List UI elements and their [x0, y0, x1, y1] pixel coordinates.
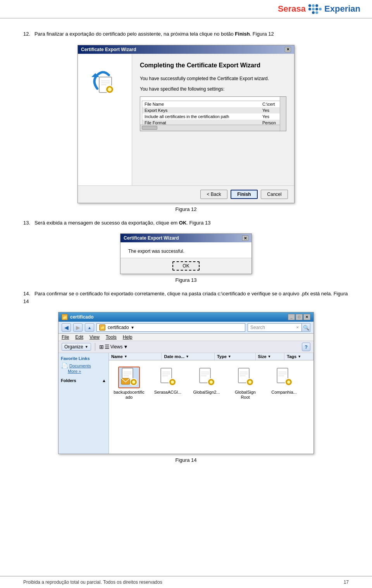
ok-button[interactable]: OK: [172, 261, 200, 271]
section-14-text: 14. Para confirmar se o certificado foi …: [23, 290, 349, 305]
file-icon-wrap-0: [118, 367, 140, 388]
figure-12-container: Certificate Export Wizard ✕: [23, 45, 349, 203]
file-items-area: backupdocertificado: [109, 360, 313, 406]
wizard-small-titlebar: Certificate Export Wizard ✕: [121, 234, 251, 242]
cert-file-icon-1: [159, 367, 176, 387]
help-button[interactable]: ?: [302, 343, 310, 351]
file-item-3[interactable]: GlobalSign Root: [230, 367, 261, 400]
sidebar-item-more[interactable]: More »: [68, 369, 106, 374]
forward-nav-button[interactable]: ▶: [73, 323, 83, 332]
address-bar[interactable]: 📁 certificado ▾: [96, 323, 245, 332]
vertical-scrollbar[interactable]: [280, 97, 286, 131]
file-table-header: Name ▼ Date mo... ▼ Type ▼ Size: [109, 353, 313, 360]
svg-point-6: [108, 87, 112, 91]
wizard-big-body: Completing the Certificate Export Wizard…: [78, 54, 294, 185]
menu-edit[interactable]: Edit: [75, 334, 83, 340]
section-13-figref: Figura 13: [188, 220, 211, 226]
wizard-desc1: You have successfully completed the Cert…: [140, 75, 286, 82]
file-icon-wrap-3: [234, 367, 256, 388]
folders-chevron-icon: ▲: [102, 378, 106, 383]
caption-13: Figura 13: [23, 277, 349, 283]
close-window-button[interactable]: ✕: [303, 314, 310, 320]
views-chevron-icon: ▼: [123, 344, 128, 350]
file-label-1: SerasaACGl...: [154, 390, 181, 395]
menu-view[interactable]: View: [90, 334, 100, 340]
folders-title[interactable]: Folders ▲: [61, 378, 106, 383]
cert-file-icon-4: [276, 367, 293, 387]
search-clear-icon: ✕: [296, 326, 299, 329]
col-tags-sort-icon: ▼: [298, 355, 301, 358]
cert-file-icon-0: [121, 367, 138, 387]
file-item-2[interactable]: GlobalSign2...: [191, 367, 222, 400]
organize-chevron-icon: ▼: [85, 345, 88, 349]
up-nav-button[interactable]: ▲: [85, 323, 94, 332]
menu-file[interactable]: File: [62, 334, 69, 340]
section-13-text: 13. Será exibida a mensagem de sucesso d…: [23, 219, 349, 227]
svg-point-37: [287, 381, 290, 384]
wizard-settings-table: File Name C:\cert Export Keys Yes Includ…: [142, 101, 284, 126]
wizard-close-button[interactable]: ✕: [285, 47, 291, 52]
horizontal-scrollbar[interactable]: [140, 125, 280, 131]
page-footer: Proibida a reprodução total ou parcial. …: [0, 576, 372, 588]
sidebar-item-documents[interactable]: 📄 Documents: [61, 362, 106, 369]
caption-12: Figura 12: [23, 206, 349, 212]
wizard-big-window: Certificate Export Wizard ✕: [78, 45, 294, 203]
col-datemod[interactable]: Date mo... ▼: [162, 353, 214, 360]
folders-section: Folders ▲: [61, 378, 106, 383]
section-12-body: Para finalizar a exportação do certifica…: [34, 31, 235, 37]
col-tags-label: Tags: [287, 354, 296, 359]
wizard-settings-inner: File Name C:\cert Export Keys Yes Includ…: [140, 97, 286, 128]
explorer-title-text: certificado: [70, 314, 94, 320]
col-tags[interactable]: Tags ▼: [284, 353, 313, 360]
minimize-button[interactable]: _: [288, 314, 295, 320]
col-size-sort-icon: ▼: [268, 355, 271, 358]
menu-help[interactable]: Help: [123, 334, 133, 340]
logo-serasa-text: Serasa: [278, 4, 306, 14]
col-name-sort-icon: ▼: [124, 355, 127, 358]
figure-14-container: 📁 certificado _ □ ✕ ◀ ▶ ▲ 📁: [23, 312, 349, 454]
explorer-body: Favorite Links 📄 Documents More » Folder…: [59, 353, 313, 454]
file-item-1[interactable]: SerasaACGl...: [152, 367, 183, 400]
file-label-2: GlobalSign2...: [193, 390, 220, 395]
wizard-desc2: You have specified the following setting…: [140, 86, 286, 93]
back-nav-button[interactable]: ◀: [62, 323, 71, 332]
explorer-window: 📁 certificado _ □ ✕ ◀ ▶ ▲ 📁: [58, 312, 314, 454]
table-row: Export Keys Yes: [142, 107, 284, 113]
section-13-ok-bold: OK: [179, 220, 187, 226]
col-size[interactable]: Size ▼: [256, 353, 285, 360]
search-input[interactable]: Search ✕: [248, 323, 302, 332]
menu-tools[interactable]: Tools: [106, 334, 117, 340]
finish-button[interactable]: Finish: [231, 190, 258, 199]
logo-dots: [308, 4, 322, 14]
svg-point-19: [171, 381, 174, 384]
wizard-big-footer: < Back Finish Cancel: [78, 185, 294, 203]
explorer-sidebar: Favorite Links 📄 Documents More » Folder…: [59, 353, 109, 454]
export-icon: [90, 69, 117, 100]
explorer-toolbar: Organize ▼ ⊞ ☰ Views ▼ ?: [59, 341, 313, 353]
views-btn-group: ⊞ ☰ Views ▼: [99, 344, 128, 350]
logo-experian-text: Experian: [324, 4, 360, 14]
file-item-0[interactable]: backupdocertificado: [114, 367, 145, 400]
col-name-label: Name: [111, 354, 123, 359]
cert-file-icon-2: [198, 367, 215, 387]
cancel-button[interactable]: Cancel: [261, 190, 288, 199]
table-row: Include all certificates in the certific…: [142, 113, 284, 120]
col-name[interactable]: Name ▼: [109, 353, 162, 360]
section-13-body: Será exibida a mensagem de sucesso da ex…: [34, 220, 179, 226]
organize-button[interactable]: Organize ▼: [62, 343, 91, 351]
wizard-small-body: The export was successful.: [121, 242, 251, 258]
search-icon-button[interactable]: 🔍: [302, 323, 310, 332]
wizard-heading: Completing the Certificate Export Wizard: [140, 62, 286, 70]
col-type[interactable]: Type ▼: [215, 353, 256, 360]
wizard-left-panel: [78, 54, 132, 185]
wizard-small-close-button[interactable]: ✕: [242, 235, 248, 241]
setting-label-1: Export Keys: [142, 107, 260, 113]
logo-area: Serasa Experian: [278, 4, 360, 14]
file-icon-wrap-2: [196, 367, 217, 388]
svg-point-12: [132, 381, 135, 384]
back-button[interactable]: < Back: [200, 190, 227, 199]
col-datemod-label: Date mo...: [164, 354, 184, 359]
file-item-4[interactable]: Companhia...: [269, 367, 300, 400]
search-placeholder-text: Search: [250, 325, 265, 330]
maximize-button[interactable]: □: [296, 314, 303, 320]
